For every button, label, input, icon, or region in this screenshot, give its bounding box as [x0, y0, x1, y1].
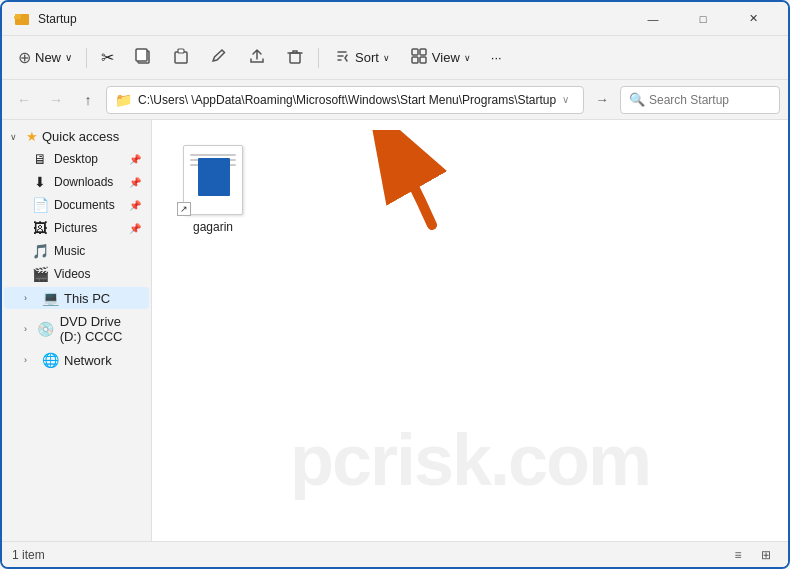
view-chevron: ∨ — [464, 53, 471, 63]
address-chevron-icon: ∨ — [562, 94, 569, 105]
back-icon: ← — [17, 92, 31, 108]
close-button[interactable]: ✕ — [730, 2, 776, 36]
pin-icon-documents: 📌 — [129, 200, 141, 211]
file-label-gagarin: gagarin — [193, 220, 233, 234]
file-icon-wrapper: ↗ — [177, 144, 249, 216]
share-icon — [248, 47, 266, 68]
folder-icon: 📁 — [115, 92, 132, 108]
sidebar-item-thispc[interactable]: › 💻 This PC — [4, 287, 149, 309]
up-icon: ↑ — [85, 92, 92, 108]
svg-rect-11 — [420, 57, 426, 63]
svg-rect-2 — [14, 16, 19, 19]
network-chevron-icon: › — [24, 355, 36, 365]
sort-chevron: ∨ — [383, 53, 390, 63]
toolbar: ⊕ New ∨ ✂ — [2, 36, 788, 80]
quick-access-header[interactable]: ∨ ★ Quick access — [2, 126, 151, 147]
sidebar-item-videos-label: Videos — [54, 267, 90, 281]
view-label: View — [432, 50, 460, 65]
desktop-icon: 🖥 — [32, 151, 48, 167]
sidebar-item-downloads[interactable]: ⬇ Downloads 📌 — [4, 171, 149, 193]
copy-icon — [134, 47, 152, 68]
copy-button[interactable] — [126, 42, 160, 73]
share-button[interactable] — [240, 42, 274, 73]
search-icon: 🔍 — [629, 92, 645, 107]
view-button[interactable]: View ∨ — [402, 42, 479, 73]
sidebar-item-network[interactable]: › 🌐 Network — [4, 349, 149, 371]
file-line-1 — [190, 154, 236, 156]
forward-icon: → — [49, 92, 63, 108]
pin-icon-desktop: 📌 — [129, 154, 141, 165]
network-icon: 🌐 — [42, 352, 58, 368]
search-box[interactable]: 🔍 — [620, 86, 780, 114]
address-forward-button[interactable]: → — [588, 86, 616, 114]
grid-view-toggle[interactable]: ⊞ — [754, 545, 778, 565]
arrow-svg — [352, 130, 512, 230]
sidebar-item-videos[interactable]: 🎬 Videos — [4, 263, 149, 285]
svg-rect-4 — [136, 49, 147, 61]
pin-icon-pictures: 📌 — [129, 223, 141, 234]
new-button[interactable]: ⊕ New ∨ — [10, 43, 80, 72]
more-button[interactable]: ··· — [483, 45, 510, 70]
pin-icon-downloads: 📌 — [129, 177, 141, 188]
list-view-icon: ≡ — [734, 548, 741, 562]
address-bar: ← → ↑ 📁 C:\Users\ \AppData\Roaming\Micro… — [2, 80, 788, 120]
sidebar: ∨ ★ Quick access 🖥 Desktop 📌 ⬇ Downloads… — [2, 120, 152, 541]
file-blue-block — [198, 158, 230, 196]
sidebar-item-pictures-label: Pictures — [54, 221, 97, 235]
sidebar-item-pictures[interactable]: 🖼 Pictures 📌 — [4, 217, 149, 239]
search-input[interactable] — [649, 93, 771, 107]
main-area: ∨ ★ Quick access 🖥 Desktop 📌 ⬇ Downloads… — [2, 120, 788, 541]
address-path-box[interactable]: 📁 C:\Users\ \AppData\Roaming\Microsoft\W… — [106, 86, 584, 114]
sidebar-item-documents-label: Documents — [54, 198, 115, 212]
shortcut-arrow-icon: ↗ — [177, 202, 191, 216]
list-view-toggle[interactable]: ≡ — [726, 545, 750, 565]
dvd-chevron-icon: › — [24, 324, 32, 334]
window-icon — [14, 11, 30, 27]
delete-button[interactable] — [278, 42, 312, 73]
sidebar-item-desktop[interactable]: 🖥 Desktop 📌 — [4, 148, 149, 170]
rename-button[interactable] — [202, 42, 236, 73]
sidebar-item-thispc-label: This PC — [64, 291, 110, 306]
sidebar-item-music-label: Music — [54, 244, 85, 258]
sort-label: Sort — [355, 50, 379, 65]
downloads-icon: ⬇ — [32, 174, 48, 190]
new-chevron-icon: ∨ — [65, 52, 72, 63]
svg-rect-8 — [412, 49, 418, 55]
content-area: pcrisk.com ↗ — [152, 120, 788, 541]
back-button[interactable]: ← — [10, 86, 38, 114]
svg-rect-7 — [290, 53, 300, 63]
maximize-button[interactable]: □ — [680, 2, 726, 36]
sidebar-item-dvd[interactable]: › 💿 DVD Drive (D:) CCCC — [4, 311, 149, 347]
network-section: › 🌐 Network — [2, 349, 151, 371]
forward-button[interactable]: → — [42, 86, 70, 114]
up-button[interactable]: ↑ — [74, 86, 102, 114]
new-plus-icon: ⊕ — [18, 48, 31, 67]
sidebar-item-network-label: Network — [64, 353, 112, 368]
file-item-gagarin[interactable]: ↗ gagarin — [168, 136, 258, 242]
dvd-icon: 💿 — [38, 321, 54, 337]
window-controls: — □ ✕ — [630, 2, 776, 36]
minimize-button[interactable]: — — [630, 2, 676, 36]
toolbar-separator-2 — [318, 48, 319, 68]
sidebar-item-music[interactable]: 🎵 Music — [4, 240, 149, 262]
address-text: C:\Users\ \AppData\Roaming\Microsoft\Win… — [138, 93, 556, 107]
documents-icon: 📄 — [32, 197, 48, 213]
music-icon: 🎵 — [32, 243, 48, 259]
svg-rect-9 — [420, 49, 426, 55]
svg-rect-10 — [412, 57, 418, 63]
toolbar-separator-1 — [86, 48, 87, 68]
quick-access-chevron-icon: ∨ — [10, 132, 22, 142]
thispc-chevron-icon: › — [24, 293, 36, 303]
sort-icon — [333, 47, 351, 68]
paste-button[interactable] — [164, 42, 198, 73]
paste-icon — [172, 47, 190, 68]
content-inner: ↗ gagarin — [152, 120, 788, 258]
pictures-icon: 🖼 — [32, 220, 48, 236]
delete-icon — [286, 47, 304, 68]
rename-icon — [210, 47, 228, 68]
cut-button[interactable]: ✂ — [93, 43, 122, 72]
svg-rect-6 — [178, 49, 184, 53]
sidebar-item-documents[interactable]: 📄 Documents 📌 — [4, 194, 149, 216]
sort-button[interactable]: Sort ∨ — [325, 42, 398, 73]
title-bar: Startup — □ ✕ — [2, 2, 788, 36]
